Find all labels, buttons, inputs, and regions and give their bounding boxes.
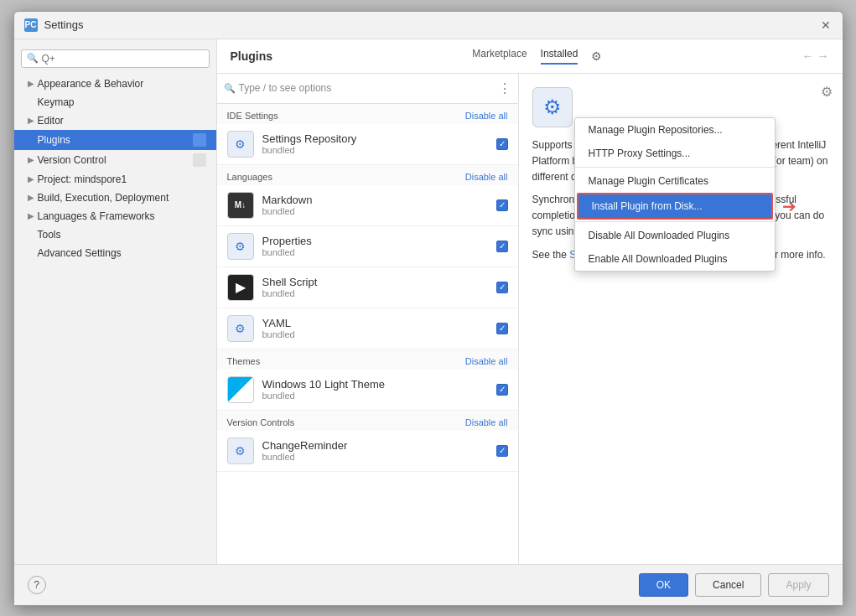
- sidebar-item-label: Languages & Frameworks: [38, 210, 155, 222]
- tab-installed[interactable]: Installed: [541, 48, 578, 65]
- arrow-icon: ▶: [28, 174, 34, 184]
- tab-marketplace[interactable]: Marketplace: [472, 48, 527, 65]
- ok-button[interactable]: OK: [639, 573, 688, 597]
- red-arrow-icon: ➔: [782, 196, 796, 216]
- plugin-checkbox-yaml[interactable]: ✓: [496, 323, 508, 334]
- plugin-list: 🔍 Type / to see options ⋮ IDE Settings D…: [217, 74, 519, 564]
- title-bar-left: PC Settings: [24, 18, 84, 32]
- version-control-badge: [193, 153, 206, 167]
- plugins-header: Plugins Marketplace Installed ⚙ ← →: [217, 39, 843, 74]
- plugin-item-yaml[interactable]: ⚙ YAML bundled ✓: [217, 308, 518, 349]
- sidebar-item-label: Plugins: [38, 134, 70, 146]
- plugin-list-items: IDE Settings Disable all ⚙ Settings Repo…: [217, 104, 518, 564]
- sidebar-item-tools[interactable]: Tools: [14, 225, 216, 244]
- section-label: Languages: [227, 172, 272, 182]
- plugins-badge: [193, 133, 206, 147]
- plugin-icon-settings-repo: ⚙: [227, 131, 254, 158]
- dropdown-separator-1: [575, 167, 775, 168]
- plugin-item-properties[interactable]: ⚙ Properties bundled ✓: [217, 226, 518, 267]
- plugin-checkbox-properties[interactable]: ✓: [496, 241, 508, 252]
- plugin-item-shell-script[interactable]: ▶ Shell Script bundled ✓: [217, 267, 518, 308]
- sidebar-item-build[interactable]: ▶ Build, Execution, Deployment: [14, 189, 216, 207]
- plugin-checkbox-settings-repo[interactable]: ✓: [496, 138, 508, 150]
- dropdown-separator-2: [575, 221, 775, 222]
- plugin-search-more[interactable]: ⋮: [498, 80, 511, 96]
- app-icon: PC: [24, 18, 38, 32]
- plugin-item-changereminder[interactable]: ⚙ ChangeReminder bundled ✓: [217, 431, 518, 472]
- section-themes: Themes Disable all: [217, 349, 518, 370]
- sidebar: 🔍 ▶ Appearance & Behavior Keymap ▶ Edito…: [14, 39, 217, 564]
- plugin-info-win10-theme: Windows 10 Light Theme bundled: [262, 378, 488, 401]
- arrow-icon: ▶: [28, 116, 34, 125]
- section-label: IDE Settings: [227, 111, 278, 121]
- settings-gear-button[interactable]: ⚙: [591, 49, 602, 63]
- forward-arrow[interactable]: →: [817, 49, 828, 63]
- plugin-sub: bundled: [262, 452, 488, 462]
- dropdown-item-manage-repos[interactable]: Manage Plugin Repositories...: [575, 118, 775, 142]
- sidebar-item-keymap[interactable]: Keymap: [14, 93, 216, 111]
- detail-gear-button[interactable]: ⚙: [821, 84, 833, 100]
- sidebar-item-version-control[interactable]: ▶ Version Control: [14, 150, 216, 170]
- disable-all-ide[interactable]: Disable all: [465, 111, 508, 121]
- sidebar-item-label: Editor: [38, 115, 64, 127]
- plugin-icon-win10-theme: [227, 376, 254, 403]
- sidebar-item-appearance[interactable]: ▶ Appearance & Behavior: [14, 75, 216, 93]
- plugin-checkbox-markdown[interactable]: ✓: [496, 199, 508, 211]
- arrow-icon: ▶: [28, 193, 34, 202]
- plugin-icon-properties: ⚙: [227, 233, 254, 260]
- dropdown-item-disable-all[interactable]: Disable All Downloaded Plugins: [575, 224, 775, 247]
- plugin-name: Shell Script: [262, 276, 488, 288]
- sidebar-item-project[interactable]: ▶ Project: mindspore1: [14, 170, 216, 189]
- dropdown-item-enable-all[interactable]: Enable All Downloaded Plugins: [575, 247, 775, 271]
- plugin-checkbox-shell-script[interactable]: ✓: [496, 282, 508, 293]
- disable-all-languages[interactable]: Disable all: [465, 172, 508, 182]
- plugin-name: Windows 10 Light Theme: [262, 378, 488, 391]
- plugin-icon-yaml: ⚙: [227, 315, 254, 342]
- back-arrow[interactable]: ←: [802, 49, 813, 63]
- arrow-icon: ▶: [28, 79, 34, 88]
- plugin-icon-markdown: M↓: [227, 192, 254, 219]
- dropdown-item-manage-certs[interactable]: Manage Plugin Certificates: [575, 169, 775, 193]
- plugin-search-placeholder: Type / to see options: [239, 82, 332, 94]
- sidebar-search-box[interactable]: 🔍: [21, 49, 210, 68]
- cancel-button[interactable]: Cancel: [695, 573, 761, 597]
- apply-button[interactable]: Apply: [768, 573, 828, 597]
- plugin-search-inner[interactable]: 🔍 Type / to see options: [224, 82, 495, 94]
- main-content: 🔍 ▶ Appearance & Behavior Keymap ▶ Edito…: [14, 39, 843, 564]
- help-button[interactable]: ?: [28, 576, 46, 594]
- plugin-item-win10-theme[interactable]: Windows 10 Light Theme bundled ✓: [217, 370, 518, 411]
- plugin-item-settings-repo[interactable]: ⚙ Settings Repository bundled ✓: [217, 124, 518, 165]
- sidebar-item-advanced[interactable]: Advanced Settings: [14, 244, 216, 262]
- sidebar-item-label: Appearance & Behavior: [38, 78, 144, 90]
- plugin-info-shell-script: Shell Script bundled: [262, 276, 488, 298]
- plugin-detail-icon: ⚙: [532, 87, 573, 127]
- panels-container: 🔍 Type / to see options ⋮ IDE Settings D…: [217, 74, 843, 564]
- section-label: Themes: [227, 356, 261, 366]
- plugin-sub: bundled: [262, 206, 488, 216]
- plugin-item-markdown[interactable]: M↓ Markdown bundled ✓: [217, 185, 518, 226]
- disable-all-version-controls[interactable]: Disable all: [465, 417, 508, 427]
- plugin-checkbox-changereminder[interactable]: ✓: [496, 445, 508, 457]
- dropdown-item-http-proxy[interactable]: HTTP Proxy Settings...: [575, 142, 775, 165]
- plugin-info-yaml: YAML bundled: [262, 317, 488, 339]
- dropdown-item-install-disk[interactable]: Install Plugin from Disk... ➔: [577, 193, 773, 220]
- sidebar-search-input[interactable]: [42, 53, 204, 65]
- disable-all-themes[interactable]: Disable all: [465, 356, 508, 366]
- close-button[interactable]: ✕: [819, 18, 833, 32]
- plugin-checkbox-win10-theme[interactable]: ✓: [496, 384, 508, 396]
- sidebar-item-languages[interactable]: ▶ Languages & Frameworks: [14, 207, 216, 225]
- plugin-info-properties: Properties bundled: [262, 235, 488, 257]
- sidebar-item-label: Version Control: [38, 154, 106, 166]
- plugin-icon-changereminder: ⚙: [227, 437, 254, 464]
- plugin-info-markdown: Markdown bundled: [262, 194, 488, 216]
- plugin-sub: bundled: [262, 145, 488, 155]
- title-bar: PC Settings ✕: [14, 12, 843, 39]
- plugin-detail: ⚙ ⚙ Supports synchronization of IDE Sett…: [519, 74, 843, 564]
- sidebar-item-plugins[interactable]: Plugins: [14, 130, 216, 150]
- sidebar-item-label: Project: mindspore1: [38, 173, 127, 185]
- dropdown-menu: Manage Plugin Repositories... HTTP Proxy…: [574, 117, 776, 272]
- action-buttons: OK Cancel Apply: [639, 573, 829, 597]
- sidebar-item-editor[interactable]: ▶ Editor: [14, 111, 216, 130]
- nav-arrows: ← →: [802, 49, 828, 63]
- settings-dialog: PC Settings ✕ 🔍 ▶ Appearance & Behavior …: [13, 11, 843, 606]
